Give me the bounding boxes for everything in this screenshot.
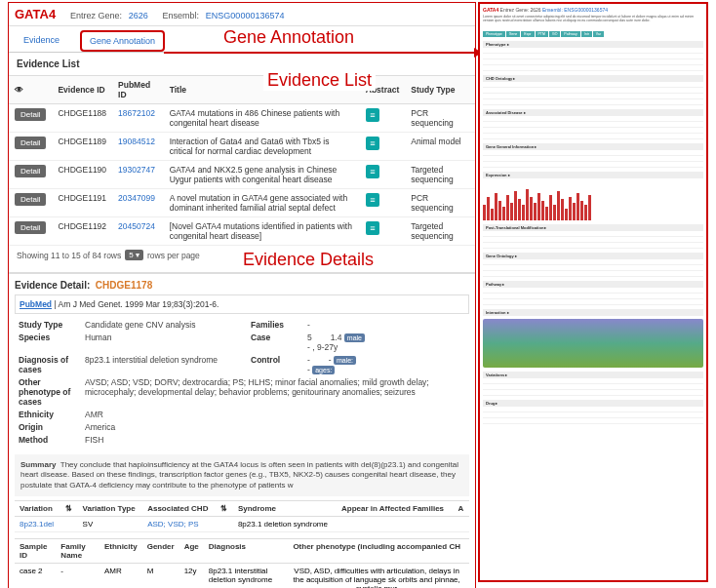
detail-grid: Study TypeCandidate gene CNV analysis Fa… [15,314,469,451]
detail-button[interactable]: Detail [15,221,46,234]
evidence-row: Detail CHDGE1190 19302747 GATA4 and NKX2… [9,161,475,189]
mini-data-row [483,271,703,277]
vcol-type[interactable]: Variation Type [78,501,143,517]
annotation-preview-panel: GATA4 Entrez Gene: 2626 Ensembl: ENSG000… [478,2,708,582]
evidence-detail-panel: Evidence Detail: CHDGE1178 PubMed | Am J… [9,272,475,588]
arrow-icon [164,52,474,54]
evidence-list-title: Evidence List [9,53,475,75]
mini-section-header[interactable]: Expression ▸ [483,172,703,178]
col-eye: 👁 [9,76,52,104]
pubmed-id-link[interactable]: 20347099 [118,193,155,203]
mini-desc: Lorem ipsum dolor sit amet consectetur a… [483,15,703,28]
gene-symbol: GATA4 [15,7,56,21]
detail-id: CHDGE1178 [96,280,152,291]
mini-section-header[interactable]: Associated Disease ▸ [483,109,703,116]
mini-section-header[interactable]: Gene General Information ▸ [483,143,703,150]
detail-title: Evidence Detail: CHDGE1178 [15,280,469,291]
mini-section-header[interactable]: Pathway ▸ [483,281,703,288]
detail-button[interactable]: Detail [15,165,46,177]
detail-button[interactable]: Detail [15,108,46,121]
pubmed-id-link[interactable]: 18672102 [118,108,155,118]
male-badge: male [344,333,365,342]
abstract-button[interactable]: ≡ [366,108,379,122]
detail-button[interactable]: Detail [15,193,46,206]
expression-chart [483,181,703,220]
evidence-row: Detail CHDGE1191 20347099 A novel mutati… [9,189,475,217]
abstract-button[interactable]: ≡ [366,137,379,150]
abstract-button[interactable]: ≡ [366,165,379,178]
pager-suffix: rows per page [147,251,200,260]
tab-evidence[interactable]: Evidence [15,30,68,52]
rows-per-page-select[interactable]: 5 ▾ [125,250,143,260]
entrez-label: Entrez Gene: [70,11,122,20]
mini-section-header[interactable]: Gene Ontology ▸ [483,253,703,259]
vcol-sort2[interactable]: ⇅ [216,501,233,517]
mini-tabs: PhenotypeGeneExprPTMGOPathwayIntrVar [483,31,703,37]
mini-data-row [483,134,703,139]
summary-box: Summary They conclude that haploinsuffic… [15,454,469,496]
mini-data-row [483,99,703,105]
sample-row: case 2-AMRM12y8p23.1 interstitial deleti… [15,564,469,588]
mini-section-header[interactable]: Phenotype ▸ [483,41,703,48]
col-pmid[interactable]: PubMed ID [112,76,164,104]
mini-section-header[interactable]: Post-Translational Modification ▸ [483,224,703,231]
entrez-link[interactable]: 2626 [129,11,148,20]
vcol-syn[interactable]: Syndrome [233,501,337,517]
ensembl-link[interactable]: ENSG00000136574 [206,11,285,20]
mini-section-header[interactable]: CHD Ontology ▸ [483,75,703,82]
evidence-row: Detail CHDGE1189 19084512 Interaction of… [9,133,475,161]
mini-data-row [483,243,703,249]
mini-data-row [483,65,703,71]
pubmed-id-link[interactable]: 20450724 [118,221,155,231]
tab-gene-annotation[interactable]: Gene Annotation [80,30,165,52]
evidence-table: 👁 Evidence ID PubMed ID Title Abstract S… [9,75,475,246]
pubmed-id-link[interactable]: 19302747 [118,165,155,175]
mini-section-header[interactable]: Drug ▸ [483,400,703,407]
vcol-appear[interactable]: Appear in Affected Families [337,501,454,517]
mini-data-row [483,162,703,168]
col-eid[interactable]: Evidence ID [52,76,112,104]
pubmed-id-link[interactable]: 19084512 [118,137,155,146]
evidence-row: Detail CHDGE1188 18672102 GATA4 mutation… [9,104,475,133]
vcol-var[interactable]: Variation [15,501,60,517]
pager-text: Showing 11 to 15 of 84 rows [17,251,121,260]
label-evidence-list: Evidence List [263,70,376,91]
label-gene-annotation: Gene Annotation [219,27,358,48]
mini-section-header[interactable]: Interaction ▸ [483,309,703,316]
detail-reference: PubMed | Am J Med Genet. 1999 Mar 19;83(… [15,294,469,314]
pubmed-link[interactable]: PubMed [20,299,52,309]
chd-links[interactable]: ASD; VSD; PS [147,520,198,529]
mini-data-row [483,299,703,305]
col-study[interactable]: Study Type [405,76,475,104]
ensembl-label: Ensembl: [163,11,200,20]
variation-link[interactable]: 8p23.1del [20,520,54,529]
label-evidence-details: Evidence Details [239,250,378,270]
interaction-network [483,319,703,368]
evidence-row: Detail CHDGE1192 20450724 [Novel GATA4 m… [9,217,475,246]
variation-table: Variation ⇅ Variation Type Associated CH… [15,500,469,532]
abstract-button[interactable]: ≡ [366,193,379,207]
gene-header: GATA4 Entrez Gene: 2626 Ensembl: ENSG000… [9,3,475,26]
abstract-button[interactable]: ≡ [366,221,379,235]
vcol-sort[interactable]: ⇅ [60,501,78,517]
detail-button[interactable]: Detail [15,137,46,149]
mini-data-row [483,390,703,396]
vcol-achd[interactable]: Associated CHD [142,501,216,517]
vcol-a[interactable]: A [454,501,469,517]
mini-data-row [483,418,703,424]
sample-table: Sample ID Family Name Ethnicity Gender A… [15,538,469,588]
mini-section-header[interactable]: Variations ▸ [483,372,703,378]
main-panel: GATA4 Entrez Gene: 2626 Ensembl: ENSG000… [8,2,476,588]
variation-row: 8p23.1del SV ASD; VSD; PS 8p23.1 deletio… [15,517,469,532]
